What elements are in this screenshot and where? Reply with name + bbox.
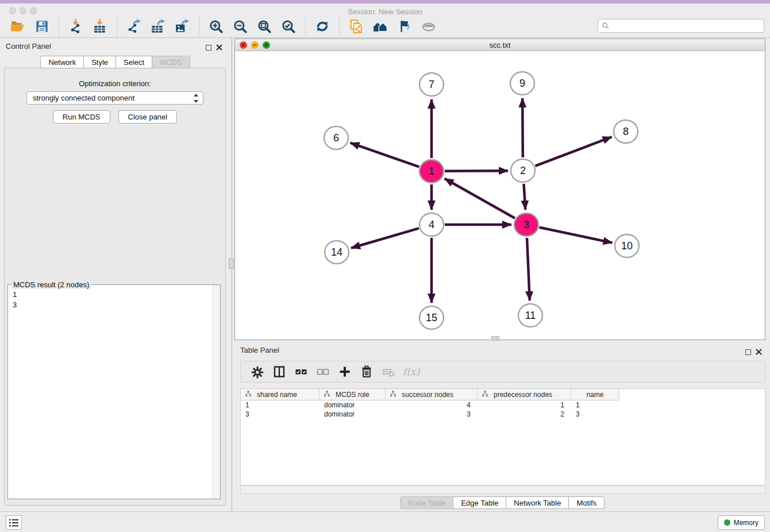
table-cell[interactable]: 1 <box>571 400 619 410</box>
close-panel-button[interactable]: Close panel <box>118 110 178 124</box>
graph-node-15[interactable]: 15 <box>419 306 444 329</box>
graph-node-2[interactable]: 2 <box>511 159 535 182</box>
split-panel-icon[interactable] <box>271 364 288 380</box>
mcds-result-value: 3 <box>13 300 17 310</box>
column-header-shared-name[interactable]: shared name <box>241 389 319 400</box>
graph-node-14[interactable]: 14 <box>325 241 349 264</box>
table-cell[interactable]: 3 <box>571 410 619 419</box>
zoom-fit-icon[interactable] <box>256 18 273 35</box>
deselect-checkbox-icon[interactable] <box>314 364 332 380</box>
column-label: shared name <box>257 391 297 399</box>
float-table-panel-icon[interactable] <box>745 349 751 355</box>
run-mcds-button[interactable]: Run MCDS <box>53 110 110 124</box>
vertical-splitter-handle[interactable] <box>229 259 234 269</box>
float-panel-icon[interactable] <box>206 45 211 51</box>
table-cell[interactable]: dominator <box>319 410 386 419</box>
node-table: shared nameMCDS rolesuccessor nodesprede… <box>240 388 765 485</box>
clone-network-icon[interactable] <box>348 18 365 35</box>
table-tab-network-table[interactable]: Network Table <box>506 496 569 509</box>
table-tab-motifs[interactable]: Motifs <box>569 496 605 509</box>
graph-edge-2-3[interactable] <box>523 184 525 210</box>
graph-edge-3-11[interactable] <box>527 238 530 300</box>
vertical-splitter[interactable] <box>232 38 232 511</box>
graph-node-3[interactable]: 3 <box>514 213 538 236</box>
table-tab-node-table[interactable]: Node Table <box>400 496 454 509</box>
settings-gear-icon[interactable] <box>249 364 266 380</box>
network-graph-canvas[interactable]: 7968124314101511 <box>235 51 765 340</box>
mcds-result-title: MCDS result (2 nodes) <box>11 280 91 289</box>
home-icon[interactable] <box>372 18 389 35</box>
save-session-icon[interactable] <box>33 18 51 35</box>
graph-edge-2-9[interactable] <box>522 98 523 157</box>
select-all-checkbox-icon[interactable] <box>292 364 310 380</box>
graph-node-label: 3 <box>523 219 529 230</box>
toolbar-separator <box>59 17 59 36</box>
graph-edge-1-6[interactable] <box>351 143 419 167</box>
table-tab-edge-table[interactable]: Edge Table <box>453 496 506 509</box>
mcds-result-list[interactable]: 13 <box>8 287 21 313</box>
search-box[interactable] <box>598 19 764 33</box>
graph-node-9[interactable]: 9 <box>510 72 534 95</box>
graph-node-7[interactable]: 7 <box>419 73 444 96</box>
table-cell[interactable]: 4 <box>386 400 478 410</box>
delete-table-icon[interactable] <box>380 364 397 380</box>
table-cell[interactable]: 1 <box>241 400 319 410</box>
graph-node-11[interactable]: 11 <box>518 304 542 327</box>
memory-button[interactable]: Memory <box>718 515 765 530</box>
toolbar-separator <box>117 17 117 36</box>
zoom-selected-icon[interactable] <box>280 18 297 35</box>
table-cell[interactable]: 1 <box>478 400 571 410</box>
table-cell[interactable]: dominator <box>319 400 386 410</box>
tab-network[interactable]: Network <box>40 56 84 68</box>
task-history-button[interactable] <box>6 515 22 530</box>
graph-edge-1-2[interactable] <box>445 171 508 171</box>
horizontal-splitter-handle[interactable] <box>491 336 499 341</box>
zoom-out-icon[interactable] <box>232 18 249 35</box>
result-scrollbar[interactable] <box>213 285 220 499</box>
table-horizontal-scrollbar[interactable] <box>240 485 765 494</box>
column-header-MCDS-role[interactable]: MCDS role <box>319 389 386 400</box>
import-table-icon[interactable] <box>91 18 109 35</box>
graph-node-8[interactable]: 8 <box>614 120 638 143</box>
show-hide-eye-icon[interactable] <box>420 18 437 35</box>
graph-node-6[interactable]: 6 <box>324 126 348 149</box>
graph-node-1[interactable]: 1 <box>419 160 444 183</box>
add-row-icon[interactable] <box>336 364 353 380</box>
close-table-panel-icon[interactable] <box>756 347 762 357</box>
tab-mcds[interactable]: MCDS <box>152 56 190 68</box>
import-network-icon[interactable] <box>67 18 84 35</box>
table-tabs: Node TableEdge TableNetwork TableMotifs <box>234 496 770 509</box>
export-network-icon[interactable] <box>125 18 143 35</box>
apply-layout-icon[interactable] <box>314 18 331 35</box>
column-header-predecessor-nodes[interactable]: predecessor nodes <box>478 389 571 400</box>
graph-edge-3-10[interactable] <box>540 228 613 243</box>
graph-node-label: 8 <box>623 126 629 137</box>
column-header-name[interactable]: name <box>571 389 619 400</box>
criterion-dropdown[interactable]: strongly connected component <box>26 91 203 105</box>
zoom-in-icon[interactable] <box>207 18 225 35</box>
table-cell[interactable]: 3 <box>386 410 478 419</box>
graph-node-10[interactable]: 10 <box>615 234 639 257</box>
graph-edge-3-1[interactable] <box>445 179 515 218</box>
graph-edge-2-8[interactable] <box>536 137 612 166</box>
close-panel-icon[interactable] <box>216 43 222 53</box>
graph-node-label: 6 <box>333 132 339 144</box>
export-table-icon[interactable] <box>149 18 167 35</box>
delete-row-icon[interactable] <box>358 364 375 380</box>
graph-node-label: 9 <box>519 78 525 89</box>
tab-select[interactable]: Select <box>116 56 152 68</box>
network-window-titlebar[interactable]: scc.txt <box>235 39 765 51</box>
tab-style[interactable]: Style <box>84 56 116 68</box>
table-cell[interactable]: 3 <box>241 410 319 419</box>
open-session-icon[interactable] <box>9 18 26 35</box>
export-image-icon[interactable] <box>174 18 191 35</box>
search-input[interactable] <box>610 20 764 32</box>
table-row[interactable]: 3dominator323 <box>241 410 765 419</box>
toggle-flagged-icon[interactable] <box>396 18 413 35</box>
graph-node-4[interactable]: 4 <box>419 213 444 236</box>
column-header-successor-nodes[interactable]: successor nodes <box>386 389 478 400</box>
table-row[interactable]: 1dominator411 <box>241 400 765 410</box>
table-cell[interactable]: 2 <box>478 410 571 419</box>
graph-node-label: 15 <box>426 312 437 323</box>
graph-edge-4-14[interactable] <box>351 228 419 248</box>
